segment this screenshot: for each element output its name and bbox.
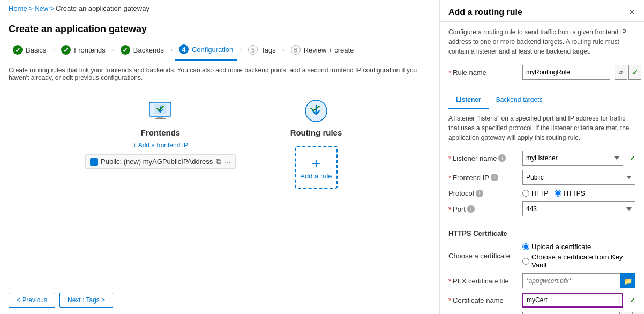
step-basics[interactable]: Basics [9, 40, 50, 60]
port-label: * Port i [448, 205, 518, 213]
close-button[interactable]: ✕ [628, 8, 635, 17]
frontend-svg-icon [147, 98, 173, 124]
step-frontends[interactable]: Frontends [57, 40, 110, 60]
pfx-file-label: * PFX certificate file [448, 277, 518, 285]
pfx-input-row: 📁 [522, 273, 635, 288]
previous-button[interactable]: < Previous [9, 293, 55, 308]
frontend-item-label: Public: (new) myAGPublicIPAddress [101, 158, 213, 166]
password-input-group: 👁 ✓ [522, 312, 644, 314]
frontend-item-more-icon[interactable]: ··· [224, 158, 231, 166]
breadcrumb-current: Create an application gateway [56, 4, 149, 12]
rule-name-copy-btn[interactable]: ⧉ [615, 65, 627, 80]
cert-name-input[interactable] [522, 293, 623, 308]
step-label-configuration: Configuration [192, 46, 233, 54]
rule-name-label: * Rule name [448, 69, 518, 77]
frontend-ip-select[interactable]: Public [522, 170, 635, 185]
password-check-button[interactable]: ✓ [633, 312, 644, 314]
cert-upload-option[interactable]: Upload a certificate [522, 243, 635, 251]
tabs-row: Listener Backend targets [448, 92, 635, 109]
listener-name-check-icon: ✓ [630, 154, 635, 162]
step-configuration[interactable]: 4 Configuration [175, 39, 237, 61]
listener-fields: * Listener name i myListener ✓ * Fronten… [440, 147, 644, 224]
password-row: * Password 👁 ✓ [448, 312, 635, 314]
protocol-label: Protocol i [448, 189, 518, 197]
step-label-basics: Basics [26, 46, 46, 54]
listener-name-info-icon: i [498, 154, 506, 162]
svg-rect-2 [157, 117, 163, 118]
add-rule-button[interactable]: + Add a rule [295, 146, 338, 189]
protocol-radio-group: HTTP HTTPS [522, 190, 635, 197]
port-info-icon: i [467, 205, 475, 213]
cert-upload-radio[interactable] [522, 243, 529, 250]
frontends-icon [147, 98, 173, 124]
cert-keyvault-option[interactable]: Choose a certificate from Key Vault [522, 253, 635, 269]
rule-name-check-btn[interactable]: ✓ [628, 65, 641, 80]
listener-name-label: * Listener name i [448, 154, 518, 162]
panel-title: Add a routing rule [448, 8, 522, 17]
left-panel: Home > New > Create an application gatew… [0, 0, 439, 314]
protocol-https-option[interactable]: HTTPS [555, 190, 585, 197]
add-frontend-ip-link[interactable]: + Add a frontend IP [133, 141, 188, 149]
https-section-heading: HTTPS Certificate [440, 224, 644, 240]
routing-rules-title: Routing rules [290, 128, 342, 137]
pfx-browse-button[interactable]: 📁 [620, 273, 635, 288]
protocol-row: Protocol i HTTP HTTPS [448, 189, 635, 197]
pfx-folder-icon: 📁 [624, 277, 632, 285]
frontends-title: Frontends [141, 128, 180, 137]
cert-options-group: Upload a certificate Choose a certificat… [522, 243, 635, 269]
password-input[interactable] [522, 312, 620, 314]
port-row: * Port i 443 [448, 201, 635, 216]
protocol-http-radio[interactable] [522, 190, 529, 197]
breadcrumb-home[interactable]: Home [9, 4, 27, 12]
protocol-https-radio[interactable] [555, 190, 561, 197]
listener-name-row: * Listener name i myListener ✓ [448, 151, 635, 166]
choose-cert-row: Choose a certificate Upload a certificat… [448, 243, 635, 269]
right-panel: Add a routing rule ✕ Configure a routing… [439, 0, 644, 314]
step-circle-review: 6 [291, 45, 301, 55]
main-content: Frontends + Add a frontend IP Public: (n… [0, 87, 439, 286]
routing-icon [303, 98, 329, 124]
bottom-bar: < Previous Next : Tags > [0, 286, 439, 314]
listener-name-select[interactable]: myListener [522, 151, 623, 166]
step-label-frontends: Frontends [74, 46, 106, 54]
tab-listener[interactable]: Listener [448, 92, 489, 109]
cert-name-check-icon: ✓ [630, 296, 635, 304]
tab-backend-targets[interactable]: Backend targets [489, 92, 550, 109]
subtitle: Create routing rules that link your fron… [0, 61, 439, 87]
step-tags[interactable]: 5 Tags [244, 40, 280, 60]
step-circle-backends [121, 45, 130, 55]
frontend-ip-info-icon: i [491, 174, 498, 181]
rule-name-row: * Rule name ⧉ ✓ [448, 65, 635, 80]
next-button[interactable]: Next : Tags > [59, 293, 113, 308]
step-circle-tags: 5 [248, 45, 258, 55]
routing-rules-section: Routing rules + Add a rule [279, 98, 354, 189]
password-show-button[interactable]: 👁 [620, 312, 633, 314]
frontend-ip-label: * Frontend IP i [448, 174, 518, 182]
protocol-http-option[interactable]: HTTP [522, 190, 548, 197]
protocol-info-icon: i [476, 190, 483, 197]
port-select[interactable]: 443 [522, 201, 635, 216]
step-review[interactable]: 6 Review + create [287, 40, 358, 60]
panel-description: Configure a routing rule to send traffic… [440, 22, 644, 62]
listener-description: A listener "listens" on a specified port… [440, 109, 644, 147]
frontend-item-icon [90, 158, 98, 166]
cert-keyvault-radio[interactable] [522, 258, 529, 265]
step-circle-basics [13, 45, 23, 55]
rule-name-input[interactable] [522, 65, 610, 80]
rule-name-actions: ⧉ ✓ [615, 65, 641, 80]
plus-icon: + [312, 155, 320, 172]
frontend-item-copy-icon[interactable]: ⧉ [216, 157, 221, 166]
step-backends[interactable]: Backends [116, 40, 168, 60]
rule-name-section: * Rule name ⧉ ✓ [440, 62, 644, 87]
panel-header: Add a routing rule ✕ [440, 0, 644, 22]
pfx-file-input[interactable] [522, 273, 620, 288]
add-rule-label: Add a rule [300, 172, 332, 180]
cert-name-label: * Certificate name [448, 296, 518, 304]
breadcrumb-new[interactable]: New [34, 4, 48, 12]
choose-cert-label: Choose a certificate [448, 252, 518, 260]
pfx-file-row: * PFX certificate file 📁 [448, 273, 635, 288]
https-section: Choose a certificate Upload a certificat… [440, 240, 644, 314]
frontend-item: Public: (new) myAGPublicIPAddress ⧉ ··· [85, 154, 236, 169]
svg-rect-3 [155, 118, 166, 119]
step-circle-configuration: 4 [179, 44, 189, 54]
